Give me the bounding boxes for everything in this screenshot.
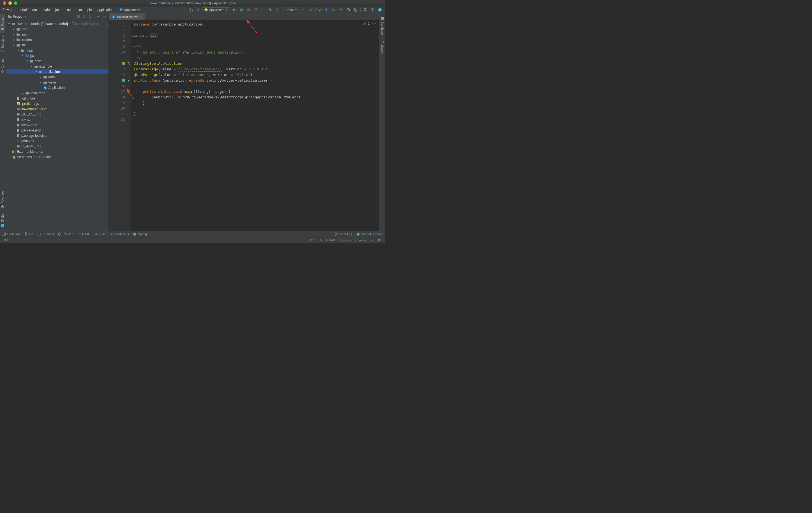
status-branch[interactable]: main: [353, 239, 368, 242]
tab-build[interactable]: Build: [94, 232, 106, 236]
status-line-sep[interactable]: LF: [317, 239, 324, 242]
search-icon[interactable]: [362, 7, 369, 13]
run-gutter-icon[interactable]: ▶: [128, 79, 130, 83]
tab-git[interactable]: Git: [24, 232, 33, 236]
tree-item[interactable]: flowcrmtutorial.iml: [6, 106, 109, 112]
minimize-icon[interactable]: [8, 1, 12, 5]
git-push-icon[interactable]: [338, 7, 344, 13]
tab-problems[interactable]: !Problems: [2, 232, 20, 236]
tab-jrebel-console[interactable]: JRebel Console: [356, 232, 383, 236]
git-commit-icon[interactable]: [330, 7, 337, 13]
gavel-icon[interactable]: [300, 7, 307, 13]
jrebel-debug-icon[interactable]: [275, 7, 281, 13]
expand-all-icon[interactable]: [82, 14, 87, 19]
tree-item[interactable]: ▸frontend: [6, 37, 109, 42]
close-icon[interactable]: [3, 1, 6, 5]
tree-item[interactable]: CApplication: [6, 85, 109, 90]
gutter[interactable]: 1 2 3⊞ 8 9⊟ 10 11 12 13 14 15▶ 16 17▶ 18…: [109, 20, 130, 231]
tree-item[interactable]: .gitignore: [6, 96, 109, 101]
tab-jrebel[interactable]: JRebel: [0, 211, 5, 230]
tree-item[interactable]: mpom.xml: [6, 138, 109, 144]
run-button[interactable]: [231, 7, 237, 13]
tree-item[interactable]: M↓README.md: [6, 144, 109, 149]
debug-button[interactable]: [238, 7, 244, 13]
chevron-up-icon[interactable]: ∧: [371, 22, 373, 25]
code-editor[interactable]: package com.example.application; import …: [130, 20, 379, 231]
quick-access-icon[interactable]: [2, 238, 10, 242]
breadcrumb-item[interactable]: main: [42, 7, 50, 12]
breadcrumb-item[interactable]: example: [79, 7, 92, 12]
tab-eventlog[interactable]: iEvent Log: [334, 232, 352, 236]
breadcrumb-item[interactable]: java: [55, 7, 62, 12]
inspection-widget[interactable]: 1 ∧ ∨: [362, 22, 377, 26]
jrebel-icon[interactable]: J: [377, 7, 383, 13]
tab-maven[interactable]: mMaven: [379, 37, 385, 56]
tree-item[interactable]: ▼example: [6, 64, 109, 69]
status-lock-icon[interactable]: [368, 238, 375, 242]
tree-item[interactable]: ▸.mvn: [6, 32, 109, 37]
coverage-icon[interactable]: [245, 7, 252, 13]
add-user-icon[interactable]: ▾: [187, 7, 194, 13]
spring-gutter-icon[interactable]: [122, 61, 126, 66]
tab-structure[interactable]: Structure: [0, 33, 5, 56]
git-history-icon[interactable]: [345, 7, 351, 13]
chevron-down-icon[interactable]: ∨: [375, 22, 377, 25]
gear-icon[interactable]: [96, 14, 101, 19]
tab-terminal[interactable]: Terminal: [37, 232, 54, 236]
tree-item[interactable]: ▼src: [6, 42, 109, 48]
collapse-all-icon[interactable]: [87, 14, 92, 19]
breadcrumb-item[interactable]: src: [32, 7, 37, 12]
jrebel-selector[interactable]: JRebel ▼: [282, 7, 299, 12]
hide-icon[interactable]: —: [102, 14, 107, 19]
status-position[interactable]: 22:1: [307, 239, 317, 242]
tree-item[interactable]: JS.prettierrc.js: [6, 101, 109, 106]
tree-item[interactable]: ▼java: [6, 53, 109, 58]
breadcrumb-item[interactable]: application: [97, 7, 114, 12]
tree-root[interactable]: ▼ flow-crm-tutorial [flowcrmtutorial] ~/…: [6, 21, 109, 26]
breadcrumb-item[interactable]: C Application: [119, 7, 141, 12]
git-update-icon[interactable]: [323, 7, 329, 13]
tab-commit[interactable]: Commit: [0, 56, 5, 76]
tree-item[interactable]: {}package-lock.json: [6, 133, 109, 138]
bean-gutter-icon[interactable]: [122, 78, 126, 83]
sidebar-title[interactable]: Project ▼: [8, 14, 74, 19]
tree-item[interactable]: ▸.idea: [6, 26, 109, 32]
tree-item[interactable]: ▸views: [6, 80, 109, 85]
tab-favorites[interactable]: Favorites: [0, 188, 5, 211]
jrebel-run-icon[interactable]: [267, 7, 274, 13]
tab-spring[interactable]: Spring: [133, 232, 147, 236]
dots-icon[interactable]: ⋯: [260, 7, 266, 13]
gear-icon[interactable]: [370, 7, 376, 13]
tab-database[interactable]: Database: [379, 14, 385, 37]
breadcrumb-item[interactable]: com: [66, 7, 74, 12]
tree-external-libs[interactable]: ▸ External Libraries: [6, 149, 109, 154]
tree-item[interactable]: {}package.json: [6, 127, 109, 133]
editor-tab[interactable]: C Application.java ×: [109, 13, 145, 20]
run-gutter-icon[interactable]: ▶: [128, 90, 130, 94]
tab-profiler[interactable]: Profiler: [58, 232, 72, 236]
tree-item[interactable]: ▼application: [6, 69, 109, 74]
tree-item[interactable]: ▸data: [6, 74, 109, 80]
tab-todo[interactable]: TODO: [77, 232, 91, 236]
tree-scratches[interactable]: ▸ Scratches and Consoles: [6, 154, 109, 159]
tree-item[interactable]: ▼com: [6, 58, 109, 64]
status-encoding[interactable]: UTF-8: [324, 239, 337, 242]
tab-project[interactable]: Project: [0, 14, 5, 33]
find-icon[interactable]: [126, 62, 130, 66]
tree-item[interactable]: mvnw: [6, 117, 109, 122]
stop-icon[interactable]: [308, 7, 314, 13]
status-processes-icon[interactable]: [375, 238, 383, 242]
tree-item[interactable]: M↓LICENSE.md: [6, 112, 109, 117]
git-rollback-icon[interactable]: [352, 7, 358, 13]
tree-item[interactable]: ▸resources: [6, 90, 109, 96]
breadcrumb-item[interactable]: flow-crm-tutorial: [2, 7, 27, 12]
close-tab-icon[interactable]: ×: [140, 15, 142, 19]
profile-icon[interactable]: [253, 7, 259, 13]
tree-item[interactable]: mvnw.cmd: [6, 122, 109, 127]
tab-endpoints[interactable]: Endpoints: [110, 232, 129, 236]
maximize-icon[interactable]: [14, 1, 18, 5]
hammer-icon[interactable]: [195, 7, 201, 13]
select-opened-icon[interactable]: [76, 14, 81, 19]
status-indent[interactable]: 4 spaces: [337, 239, 353, 242]
tree-item[interactable]: ▼main: [6, 48, 109, 53]
